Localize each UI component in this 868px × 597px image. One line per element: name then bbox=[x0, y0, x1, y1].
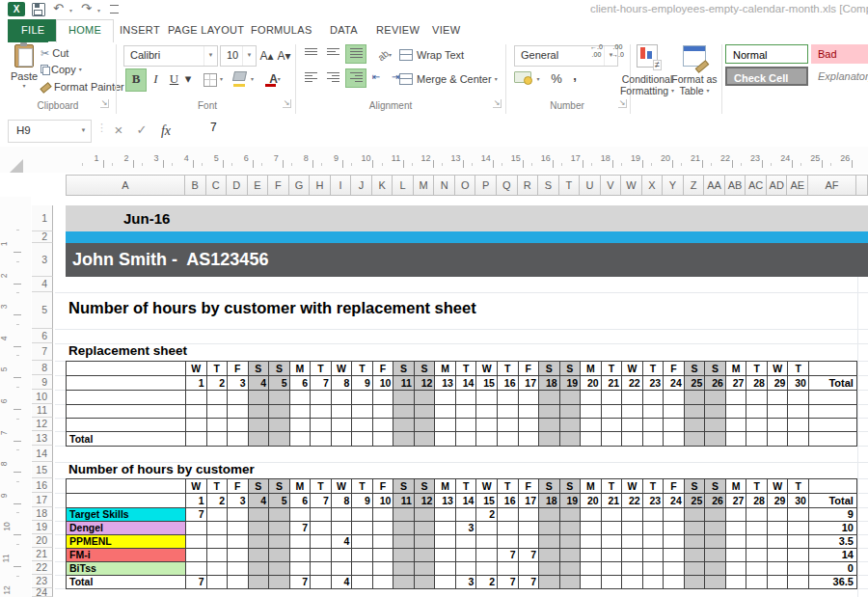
day-cell[interactable]: T bbox=[788, 479, 809, 494]
day-cell[interactable] bbox=[476, 562, 498, 576]
row-total-cell[interactable]: 3.5 bbox=[809, 535, 857, 549]
day-cell[interactable]: 4 bbox=[332, 576, 353, 589]
percent-style-button[interactable]: % bbox=[548, 68, 565, 90]
day-cell[interactable] bbox=[269, 522, 290, 535]
day-cell[interactable]: 7 bbox=[519, 549, 540, 562]
day-cell[interactable] bbox=[622, 391, 643, 405]
day-cell[interactable] bbox=[393, 549, 415, 562]
day-cell[interactable] bbox=[207, 576, 229, 589]
day-cell[interactable] bbox=[643, 576, 665, 589]
bold-button[interactable]: B bbox=[125, 68, 147, 92]
day-cell[interactable] bbox=[705, 576, 726, 589]
fill-color-button[interactable]: ▾ bbox=[231, 68, 257, 90]
day-cell[interactable] bbox=[498, 508, 519, 522]
day-cell[interactable]: T bbox=[352, 362, 373, 376]
day-cell[interactable] bbox=[498, 391, 519, 405]
employee-cell[interactable]: John Smith - AS123456 bbox=[66, 243, 868, 277]
row-header-21[interactable]: 21 bbox=[32, 548, 53, 561]
day-cell[interactable] bbox=[456, 405, 477, 419]
day-cell[interactable] bbox=[373, 522, 394, 535]
day-cell[interactable] bbox=[290, 535, 312, 549]
day-cell[interactable] bbox=[768, 405, 789, 419]
select-all-button[interactable] bbox=[10, 159, 23, 173]
align-left-button[interactable] bbox=[301, 69, 322, 89]
day-cell[interactable]: 4 bbox=[332, 535, 353, 549]
day-cell[interactable] bbox=[435, 549, 456, 562]
day-cell[interactable]: 15 bbox=[476, 494, 498, 508]
day-cell[interactable] bbox=[581, 405, 602, 419]
day-cell[interactable]: T bbox=[602, 362, 623, 376]
day-cell[interactable] bbox=[746, 576, 768, 589]
day-cell[interactable] bbox=[581, 432, 602, 447]
day-cell[interactable] bbox=[602, 576, 623, 589]
tab-formulas[interactable]: FORMULAS bbox=[239, 19, 324, 41]
day-cell[interactable] bbox=[788, 508, 809, 522]
day-cell[interactable] bbox=[788, 522, 809, 535]
day-cell[interactable] bbox=[332, 419, 353, 432]
day-cell[interactable] bbox=[435, 508, 456, 522]
day-cell[interactable]: 12 bbox=[415, 494, 436, 508]
day-cell[interactable]: F bbox=[228, 479, 249, 494]
day-cell[interactable] bbox=[685, 405, 706, 419]
day-cell[interactable] bbox=[685, 391, 706, 405]
day-cell[interactable] bbox=[456, 508, 477, 522]
day-cell[interactable] bbox=[228, 549, 249, 562]
row-header-12[interactable]: 12 bbox=[32, 418, 53, 431]
day-cell[interactable] bbox=[539, 405, 560, 419]
day-cell[interactable] bbox=[186, 535, 207, 549]
day-cell[interactable] bbox=[705, 535, 726, 549]
row-header-18[interactable]: 18 bbox=[32, 507, 53, 521]
day-cell[interactable] bbox=[788, 535, 809, 549]
day-cell[interactable]: W bbox=[476, 479, 498, 494]
day-cell[interactable]: 7 bbox=[186, 576, 207, 589]
day-cell[interactable]: S bbox=[269, 479, 290, 494]
day-cell[interactable] bbox=[788, 562, 809, 576]
day-cell[interactable] bbox=[685, 576, 706, 589]
day-cell[interactable]: 18 bbox=[539, 494, 560, 508]
day-cell[interactable] bbox=[393, 522, 415, 535]
day-cell[interactable] bbox=[705, 419, 726, 432]
day-cell[interactable] bbox=[352, 576, 373, 589]
day-cell[interactable] bbox=[685, 432, 706, 447]
day-cell[interactable]: 19 bbox=[560, 494, 582, 508]
day-cell[interactable] bbox=[768, 419, 789, 432]
day-cell[interactable] bbox=[768, 391, 789, 405]
day-cell[interactable] bbox=[519, 432, 540, 447]
day-cell[interactable] bbox=[269, 549, 290, 562]
day-cell[interactable] bbox=[456, 535, 477, 549]
hours-by-customer-title[interactable]: Number of hours by customer bbox=[68, 462, 255, 476]
day-cell[interactable] bbox=[560, 522, 582, 535]
day-cell[interactable]: M bbox=[435, 479, 456, 494]
cancel-icon[interactable]: × bbox=[108, 120, 129, 141]
day-cell[interactable] bbox=[602, 508, 623, 522]
redo-dropdown-icon[interactable]: ▾ bbox=[97, 7, 100, 14]
column-header-e[interactable]: E bbox=[248, 175, 269, 196]
column-header-l[interactable]: L bbox=[393, 175, 414, 196]
day-cell[interactable]: T bbox=[456, 479, 477, 494]
day-cell[interactable]: 3 bbox=[228, 376, 249, 391]
day-cell[interactable] bbox=[186, 391, 207, 405]
day-cell[interactable] bbox=[519, 535, 540, 549]
day-cell[interactable] bbox=[768, 535, 789, 549]
day-cell[interactable] bbox=[539, 432, 560, 447]
day-cell[interactable]: 29 bbox=[768, 494, 789, 508]
day-cell[interactable] bbox=[498, 405, 519, 419]
day-cell[interactable]: 4 bbox=[249, 494, 270, 508]
column-header-r[interactable]: R bbox=[518, 175, 539, 196]
day-cell[interactable]: 24 bbox=[664, 494, 685, 508]
day-cell[interactable] bbox=[560, 576, 582, 589]
day-cell[interactable]: 2 bbox=[207, 376, 229, 391]
row-total-cell[interactable]: 14 bbox=[809, 549, 857, 562]
font-family-select[interactable]: Calibri▼ bbox=[123, 45, 218, 67]
day-cell[interactable]: S bbox=[560, 479, 582, 494]
day-cell[interactable]: 7 bbox=[311, 376, 332, 391]
day-cell[interactable] bbox=[415, 419, 436, 432]
day-cell[interactable] bbox=[476, 419, 498, 432]
row-header-3[interactable]: 3 bbox=[32, 243, 53, 277]
day-cell[interactable] bbox=[581, 391, 602, 405]
day-cell[interactable]: 8 bbox=[332, 376, 353, 391]
day-cell[interactable] bbox=[519, 562, 540, 576]
cut-button[interactable]: ✂ Cut bbox=[41, 47, 68, 62]
day-cell[interactable] bbox=[207, 549, 229, 562]
accent-bar[interactable] bbox=[66, 231, 868, 243]
